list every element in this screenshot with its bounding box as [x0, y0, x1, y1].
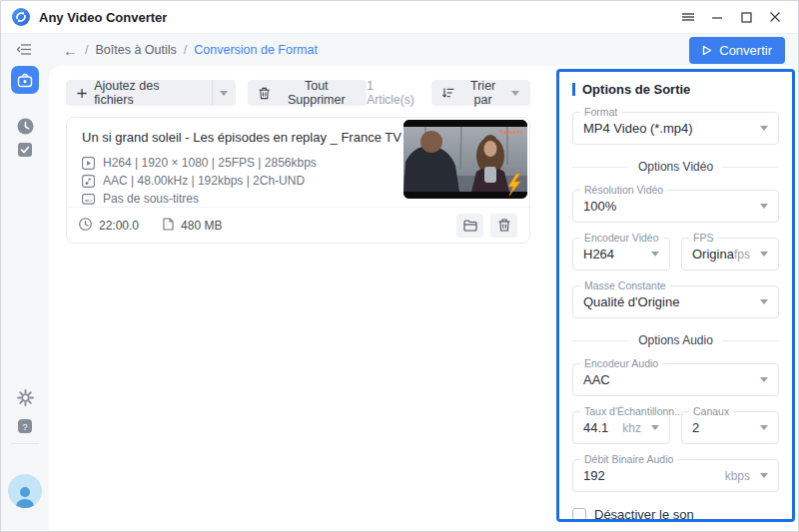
channel-logo: france•tv [500, 129, 523, 135]
toolbox-icon [17, 73, 33, 88]
mute-checkbox-row[interactable]: Désactiver le son [572, 507, 779, 522]
convert-button[interactable]: Convertir [689, 37, 785, 64]
back-arrow-icon[interactable]: ← [63, 43, 78, 58]
breadcrumb-separator: / [85, 43, 88, 57]
breadcrumb-section[interactable]: Boîtes à Outils [95, 43, 176, 57]
fps-value: Original [692, 247, 734, 262]
divider-line [572, 340, 629, 341]
sample-rate-value: 44.1 [583, 420, 622, 435]
app-title: Any Video Converter [39, 10, 167, 25]
plus-icon [77, 88, 87, 99]
panel-title: Options de Sortie [582, 82, 690, 97]
task-check-icon [17, 142, 33, 158]
item-count: 1 Article(s) [367, 79, 419, 107]
add-files-main[interactable]: Ajoutez des fichiers [66, 80, 205, 106]
sidebar-item-history[interactable] [1, 118, 49, 135]
list-toolbar: Ajoutez des fichiers Tout Supprimer 1 Ar… [66, 79, 530, 107]
maximize-icon[interactable] [739, 10, 753, 24]
breadcrumb-bar: ← / Boîtes à Outils / Conversion de Form… [49, 34, 798, 66]
sort-icon [442, 87, 454, 99]
sidebar-divider [11, 443, 39, 444]
trash-icon [498, 219, 510, 232]
chevron-down-icon [760, 377, 768, 382]
video-item-footer: 22:00.0 480 MB [67, 207, 529, 243]
audio-bitrate-select[interactable]: Débit Binaire Audio 192 kbps [572, 459, 779, 492]
resolution-label: Résolution Vidéo [580, 184, 667, 196]
sidebar-collapse-icon[interactable] [17, 42, 32, 60]
channels-select[interactable]: Canaux 2 [681, 411, 779, 444]
video-info-row: H264 | 1920 × 1080 | 25FPS | 2856kbps [82, 156, 317, 170]
video-item-card[interactable]: Un si grand soleil - Les épisodes en rep… [66, 117, 530, 244]
breadcrumb-separator: / [184, 43, 187, 57]
chevron-down-icon [760, 252, 768, 257]
sidebar-item-help[interactable]: ? [1, 418, 49, 434]
add-files-label: Ajoutez des fichiers [94, 80, 194, 106]
format-select[interactable]: Format MP4 Video (*.mp4) [572, 112, 779, 145]
chevron-down-icon [760, 425, 768, 430]
output-options-panel: Options de Sortie Format MP4 Video (*.mp… [556, 69, 795, 522]
divider-line [722, 340, 779, 341]
close-icon[interactable] [768, 10, 782, 24]
bitrate-mode-label: Masse Constante [580, 279, 670, 291]
resolution-select[interactable]: Résolution Vidéo 100% [572, 190, 779, 223]
open-folder-button[interactable] [456, 214, 483, 238]
format-label: Format [580, 106, 621, 118]
audio-bitrate-value: 192 [583, 468, 725, 483]
header-accent-bar [572, 83, 575, 96]
window-controls [681, 10, 798, 24]
chevron-down-icon [651, 252, 659, 257]
delete-all-button[interactable]: Tout Supprimer [248, 80, 367, 106]
minimize-icon[interactable] [710, 10, 724, 24]
sidebar-item-tasks[interactable] [1, 142, 49, 158]
bitrate-mode-select[interactable]: Masse Constante Qualité d'Origine [572, 285, 779, 318]
format-value: MP4 Video (*.mp4) [583, 121, 760, 136]
chevron-down-icon [220, 91, 228, 96]
video-thumbnail[interactable]: france•tv [403, 120, 527, 199]
sort-label: Trier par [461, 79, 504, 107]
add-files-button[interactable]: Ajoutez des fichiers [66, 80, 236, 106]
play-icon [702, 45, 712, 56]
channels-value: 2 [692, 420, 760, 435]
person-icon [12, 484, 38, 508]
divider-line [722, 167, 779, 168]
subtitle-info-text: Pas de sous-titres [103, 192, 199, 206]
subtitle-icon [82, 194, 95, 205]
chevron-down-icon [651, 425, 659, 430]
audio-options-section: Options Audio [572, 333, 779, 347]
audio-info-text: AAC | 48.00kHz | 192kbps | 2Ch-UND [103, 174, 305, 188]
sample-rate-select[interactable]: Taux d'Échantillonn... 44.1 khz [572, 411, 670, 444]
breadcrumb-current: Conversion de Format [194, 43, 318, 57]
app-window: Any Video Converter [0, 0, 799, 532]
clock-icon [17, 118, 34, 135]
resolution-value: 100% [583, 199, 760, 214]
chevron-down-icon [760, 204, 768, 209]
menu-icon[interactable] [681, 10, 695, 24]
audio-encoder-select[interactable]: Encodeur Audio AAC [572, 363, 779, 396]
audio-section-title: Options Audio [638, 333, 713, 347]
video-info-text: H264 | 1920 × 1080 | 25FPS | 2856kbps [103, 156, 317, 170]
chevron-down-icon [760, 126, 768, 131]
user-avatar[interactable] [8, 474, 42, 508]
add-files-dropdown[interactable] [212, 80, 236, 106]
fps-select[interactable]: FPS Original fps [681, 238, 779, 270]
delete-item-button[interactable] [490, 214, 517, 238]
panel-header: Options de Sortie [572, 82, 779, 97]
mute-checkbox[interactable] [572, 508, 586, 522]
sidebar-item-settings[interactable] [1, 389, 49, 406]
mute-checkbox-label: Désactiver le son [594, 507, 694, 522]
video-encoder-select[interactable]: Encodeur Vidéo H264 [572, 238, 670, 270]
fps-label: FPS [689, 232, 717, 244]
app-logo-icon [12, 8, 30, 26]
titlebar: Any Video Converter [1, 1, 798, 34]
audio-encoder-value: AAC [583, 372, 760, 387]
sort-button[interactable]: Trier par [431, 80, 530, 106]
audio-stream-icon [82, 175, 95, 188]
divider-line [572, 167, 629, 168]
chevron-down-icon [760, 473, 768, 478]
video-options-section: Options Vidéo [572, 160, 779, 174]
sidebar-item-converter[interactable] [11, 66, 39, 94]
file-size-icon [163, 218, 174, 234]
gear-icon [17, 389, 34, 406]
sample-rate-label: Taux d'Échantillonn... [580, 405, 687, 417]
duration-text: 22:00.0 [99, 219, 139, 233]
